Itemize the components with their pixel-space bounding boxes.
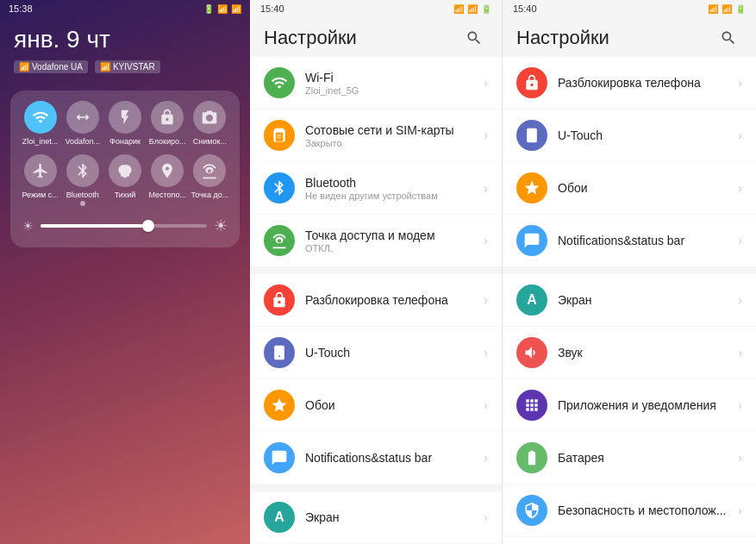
middle-settings-list: Wi-Fi Zloi_inet_5G › Сотовые сети и SIM-… [250, 57, 502, 544]
right-settings-item-sound[interactable]: Звук › [503, 327, 756, 378]
right-security-text: Безопасность и местополож... [558, 503, 738, 517]
settings-item-touch[interactable]: U-Touch › [250, 327, 502, 378]
brightness-slider[interactable] [41, 224, 207, 228]
right-settings-item-screen[interactable]: A Экран › [503, 274, 756, 326]
right-sound-name: Звук [558, 346, 738, 360]
settings-item-hotspot[interactable]: Точка доступа и модем ОТКЛ. › [250, 215, 502, 266]
right-touch-chevron: › [738, 128, 742, 142]
right-battery-icon: 🔋 [735, 4, 746, 14]
quick-hotspot-label: Точка до... [191, 191, 228, 199]
quick-screenshot-icon [193, 101, 226, 134]
notif-text: Notifications&status bar [305, 451, 484, 465]
bluetooth-sub: Не виден другим устройствам [305, 191, 484, 201]
quick-hotspot[interactable]: Точка до... [190, 154, 229, 206]
quick-data-label: Vodafon... [66, 137, 101, 146]
quick-location[interactable]: Местопо... [147, 154, 187, 206]
settings-item-wifi[interactable]: Wi-Fi Zloi_inet_5G › [250, 57, 502, 109]
settings-item-screen[interactable]: A Экран › [250, 491, 502, 543]
notif-name: Notifications&status bar [305, 451, 484, 465]
quick-bluetooth[interactable]: Bluetooth [63, 154, 103, 206]
right-header: Настройки [503, 17, 756, 57]
brightness-low-icon: ☀ [22, 219, 34, 233]
date-display: янв. 9 чт [0, 17, 250, 60]
quick-quiet[interactable]: Тихий [105, 154, 145, 206]
right-status-icons: 📶 📶 🔋 [708, 4, 746, 14]
right-settings-item-lock[interactable]: Разблокировка телефона › [503, 57, 756, 109]
right-touch-name: U-Touch [558, 128, 738, 142]
middle-search-button[interactable] [460, 24, 488, 52]
right-security-icon [516, 495, 547, 526]
touch-icon [264, 337, 295, 368]
sim-icon [264, 120, 295, 151]
quick-block[interactable]: Блокиро... [147, 101, 187, 146]
quick-panel: Zloi_inet... Vodafon... Фонарик Блокиро.… [10, 91, 240, 247]
quick-screenshot-label: Снимок... [193, 137, 227, 146]
settings-item-sim[interactable]: Сотовые сети и SIM-карты Закрыто › [250, 109, 502, 161]
carrier-kyivstar: 📶 KYIVSTAR [95, 60, 160, 73]
svg-point-1 [278, 355, 280, 357]
right-panel: 15:40 📶 📶 🔋 Настройки Разблокировка теле… [503, 0, 756, 544]
right-settings-item-battery[interactable]: Батарея › [503, 432, 756, 484]
quick-torch[interactable]: Фонарик [105, 101, 145, 146]
notif-icon [264, 442, 295, 473]
right-settings-item-touch[interactable]: U-Touch › [503, 109, 756, 161]
right-sound-icon [516, 337, 547, 368]
wallpaper-icon [264, 390, 295, 421]
left-status-bar: 15:38 🔋 📶 📶 [0, 0, 250, 17]
right-settings-item-notif[interactable]: Notifications&status bar › [503, 215, 756, 266]
right-wallpaper-icon [516, 172, 547, 203]
hotspot-sub: ОТКЛ. [305, 243, 484, 253]
sim-sub: Закрыто [305, 138, 484, 148]
right-settings-item-wallpaper[interactable]: Обои › [503, 162, 756, 214]
right-settings-list: Разблокировка телефона › U-Touch › Обои … [503, 57, 756, 544]
quick-bluetooth-label: Bluetooth [66, 191, 99, 199]
right-apps-name: Приложения и уведомления [558, 398, 738, 412]
vodafone-label: Vodafone UA [32, 62, 83, 72]
quick-block-icon [151, 101, 184, 134]
quick-location-label: Местопо... [148, 191, 186, 199]
right-screen-icon: A [516, 285, 547, 316]
settings-item-lock[interactable]: Разблокировка телефона › [250, 274, 502, 326]
signal-icon: 📶 [231, 4, 241, 14]
right-battery-chevron: › [738, 451, 742, 465]
hotspot-text: Точка доступа и модем ОТКЛ. [305, 228, 484, 253]
right-divider-1 [503, 267, 756, 274]
settings-item-bluetooth[interactable]: Bluetooth Не виден другим устройствам › [250, 162, 502, 214]
quick-wifi-label: Zloi_inet... [22, 137, 59, 146]
right-screen-text: Экран [558, 293, 738, 307]
quick-wifi[interactable]: Zloi_inet... [21, 101, 60, 146]
right-notif-name: Notifications&status bar [558, 234, 738, 247]
right-settings-item-general[interactable]: General settings › [503, 537, 756, 544]
quick-quiet-label: Тихий [115, 191, 136, 199]
lock-chevron: › [484, 293, 488, 307]
quick-screenshot[interactable]: Снимок... [190, 101, 229, 146]
right-settings-item-security[interactable]: Безопасность и местополож... › [503, 485, 756, 536]
carrier-info: 📶 Vodafone UA 📶 KYIVSTAR [0, 60, 250, 84]
wallpaper-text: Обои [305, 398, 484, 412]
right-touch-text: U-Touch [558, 128, 738, 142]
wifi-chevron: › [484, 76, 488, 90]
wifi-text: Wi-Fi Zloi_inet_5G [305, 71, 484, 96]
middle-status-icons: 📶 📶 🔋 [453, 4, 491, 14]
vodafone-icon: 📶 [19, 62, 29, 72]
settings-item-wallpaper[interactable]: Обои › [250, 379, 502, 431]
left-status-icons: 🔋 📶 📶 [203, 4, 241, 14]
settings-item-notif[interactable]: Notifications&status bar › [250, 432, 502, 484]
hotspot-name: Точка доступа и модем [305, 228, 484, 242]
right-search-button[interactable] [715, 24, 742, 52]
right-lock-chevron: › [738, 76, 742, 90]
wifi-icon [264, 67, 295, 98]
quick-torch-label: Фонарик [109, 137, 141, 146]
brightness-thumb [142, 220, 154, 232]
quick-airplane[interactable]: Режим с... [21, 154, 60, 206]
lock-text: Разблокировка телефона [305, 293, 484, 307]
middle-title: Настройки [264, 27, 357, 49]
right-settings-item-apps[interactable]: Приложения и уведомления › [503, 379, 756, 431]
kyivstar-icon: 📶 [100, 62, 110, 72]
hotspot-chevron: › [484, 234, 488, 247]
hotspot-icon [264, 225, 295, 256]
middle-panel: 15:40 📶 📶 🔋 Настройки Wi-Fi Zloi_inet_5G… [250, 0, 503, 544]
left-panel: 15:38 🔋 📶 📶 янв. 9 чт 📶 Vodafone UA 📶 KY… [0, 0, 250, 544]
sim-chevron: › [484, 128, 488, 142]
quick-data[interactable]: Vodafon... [63, 101, 103, 146]
